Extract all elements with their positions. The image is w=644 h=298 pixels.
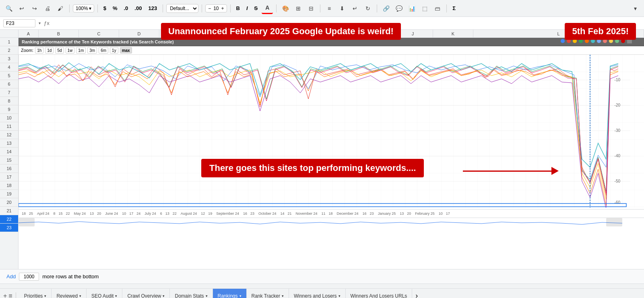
insert-comment-icon[interactable]: 💬 xyxy=(393,3,405,14)
spreadsheet: A B C D E F G H I J K L 1 2 3 4 5 6 7 8 … xyxy=(0,30,644,269)
tab-winners-losers[interactable]: Winners and Losers ▾ xyxy=(289,289,346,298)
banner-top-left: Unannounced February 2025 Google Update … xyxy=(161,23,401,40)
row-11[interactable]: 11 xyxy=(0,122,18,131)
row-17[interactable]: 17 xyxy=(0,173,18,181)
add-rows-link[interactable]: Add xyxy=(6,273,16,280)
zoom-1d[interactable]: 1d xyxy=(45,47,54,53)
row-7[interactable]: 7 xyxy=(0,88,18,97)
zoom-1w[interactable]: 1w xyxy=(66,47,75,53)
tab-seo-audit[interactable]: SEO Audit ▾ xyxy=(87,289,122,298)
filter-icon[interactable]: ⬚ xyxy=(419,3,430,14)
col-b-header[interactable]: B xyxy=(39,30,79,37)
redo-icon[interactable]: ↪ xyxy=(29,3,40,14)
number-btn[interactable]: 123 xyxy=(146,4,159,12)
col-d-header[interactable]: D xyxy=(119,30,159,37)
cell-ref-dropdown-icon[interactable]: ▾ xyxy=(39,21,41,25)
tab-rank-tracker[interactable]: Rank Tracker ▾ xyxy=(247,289,289,298)
font-select[interactable]: Default... xyxy=(166,4,198,13)
bold-btn[interactable]: B xyxy=(234,4,242,12)
italic-btn[interactable]: I xyxy=(244,4,250,12)
zoom-5d[interactable]: 5d xyxy=(55,47,64,53)
col-c-header[interactable]: C xyxy=(79,30,119,37)
tab-rankings[interactable]: Rankings ▾ xyxy=(213,289,247,298)
svg-text:-50: -50 xyxy=(615,179,621,183)
sum-btn[interactable]: Σ xyxy=(450,4,458,12)
x-label-13-jul: 13 xyxy=(164,212,171,216)
tab-seo-audit-label: SEO Audit xyxy=(91,293,114,298)
link-icon[interactable]: 🔗 xyxy=(380,3,392,14)
borders-icon[interactable]: ⊞ xyxy=(293,3,304,14)
tab-winners-losers-urls[interactable]: Winners And Losers URLs xyxy=(346,289,413,298)
zoom-control[interactable]: 100% ▾ xyxy=(73,4,94,12)
tab-reviewed[interactable]: Reviewed ▾ xyxy=(52,289,87,298)
row-5[interactable]: 5 xyxy=(0,72,18,80)
percent-btn[interactable]: % xyxy=(110,4,120,12)
row-21[interactable]: 21 xyxy=(0,207,18,215)
zoom-1m[interactable]: 1m xyxy=(76,47,86,53)
formula-fx-icon: ƒx xyxy=(44,20,50,26)
font-size-control[interactable]: − 10 + xyxy=(205,4,227,12)
tab-domain-stats-label: Domain Stats xyxy=(175,293,204,298)
row-18[interactable]: 18 xyxy=(0,181,18,190)
row-20[interactable]: 20 xyxy=(0,198,18,207)
zoom-6m[interactable]: 6m xyxy=(99,47,108,53)
h-scrollbar[interactable] xyxy=(0,284,644,288)
col-k-header[interactable]: K xyxy=(433,30,473,37)
menu-icon[interactable]: ≡ xyxy=(8,292,12,298)
row-10[interactable]: 10 xyxy=(0,114,18,122)
zoom-3m[interactable]: 3m xyxy=(87,47,97,53)
v-align-icon[interactable]: ⬇ xyxy=(336,3,348,14)
row-15[interactable]: 15 xyxy=(0,156,18,164)
row-1[interactable]: 1 xyxy=(0,38,18,46)
col-a-header[interactable]: A xyxy=(19,30,39,37)
row-2[interactable]: 2 xyxy=(0,46,18,55)
add-sheet-icon[interactable]: + xyxy=(3,292,7,298)
dollar-btn[interactable]: $ xyxy=(101,4,109,12)
chart-icon[interactable]: 📊 xyxy=(406,3,417,14)
text-wrap-icon[interactable]: ↵ xyxy=(349,3,361,14)
font-size-dec-btn[interactable]: − xyxy=(208,6,211,11)
tab-priorities[interactable]: Priorities ▾ xyxy=(19,289,52,298)
row-16[interactable]: 16 xyxy=(0,164,18,173)
more-icon[interactable]: ▾ xyxy=(630,3,641,14)
paint-format-icon[interactable]: 🖌 xyxy=(55,3,66,14)
print-icon[interactable]: 🖨 xyxy=(42,3,53,14)
row-22[interactable]: 22 xyxy=(0,215,18,224)
decimal-dec-btn[interactable]: .0 xyxy=(122,4,131,12)
row-8[interactable]: 8 xyxy=(0,97,18,105)
row-13[interactable]: 13 xyxy=(0,139,18,148)
undo-icon[interactable]: ↩ xyxy=(16,3,27,14)
tab-domain-stats[interactable]: Domain Stats ▾ xyxy=(170,289,213,298)
row-23[interactable]: 23 xyxy=(0,224,18,232)
more-tabs-icon[interactable]: › xyxy=(412,292,421,298)
zoom-max[interactable]: max xyxy=(120,47,132,53)
x-label-8: 8 xyxy=(52,212,57,216)
cell-ref-input[interactable]: F23 xyxy=(3,19,35,27)
corner-header xyxy=(0,30,19,37)
zoom-1y[interactable]: 1y xyxy=(110,47,118,53)
h-align-icon[interactable]: ≡ xyxy=(324,3,335,14)
row-3[interactable]: 3 xyxy=(0,55,18,63)
fill-color-icon[interactable]: 🎨 xyxy=(280,3,291,14)
row-19[interactable]: 19 xyxy=(0,190,18,198)
zoom-1h[interactable]: 1h xyxy=(35,47,43,53)
row-14[interactable]: 14 xyxy=(0,148,18,156)
font-size-inc-btn[interactable]: + xyxy=(221,6,224,11)
text-color-icon[interactable]: A xyxy=(262,3,273,14)
row-12[interactable]: 12 xyxy=(0,131,18,139)
row-9[interactable]: 9 xyxy=(0,105,18,114)
add-rows-input[interactable]: 1000 xyxy=(19,273,39,281)
tab-crawl-overview[interactable]: Crawl Overview ▾ xyxy=(122,289,170,298)
row-6[interactable]: 6 xyxy=(0,80,18,88)
zoom-dropdown-icon[interactable]: ▾ xyxy=(89,6,91,11)
svg-text:-40: -40 xyxy=(615,154,621,158)
row-4[interactable]: 4 xyxy=(0,63,18,72)
tab-priorities-arrow: ▾ xyxy=(44,294,46,298)
merge-icon[interactable]: ⊟ xyxy=(305,3,317,14)
tab-winners-losers-urls-label: Winners And Losers URLs xyxy=(351,293,407,298)
strikethrough-btn[interactable]: S xyxy=(252,4,260,12)
decimal-inc-btn[interactable]: .00 xyxy=(132,4,144,12)
search-icon[interactable]: 🔍 xyxy=(3,3,14,14)
rotate-icon[interactable]: ↻ xyxy=(362,3,374,14)
table-props-icon[interactable]: 🗃 xyxy=(432,3,443,14)
